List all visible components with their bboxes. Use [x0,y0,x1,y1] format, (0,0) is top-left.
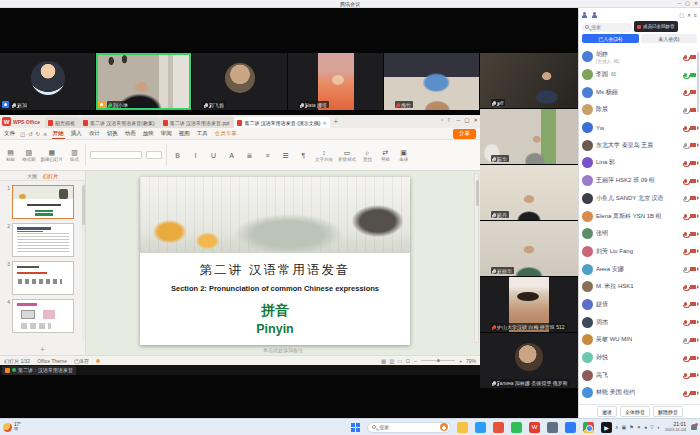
participant-row[interactable]: 王丽萍 HSK2 班 09 组 [579,172,700,190]
tray-icon[interactable]: ∧ [615,424,619,430]
file-menu[interactable]: 文件 [4,130,15,137]
participant-row[interactable]: 李园 60 [579,66,700,84]
camera-status-icon[interactable] [690,196,696,200]
start-button[interactable] [350,422,361,433]
participant-row[interactable]: Yw [579,119,700,137]
slides-tab[interactable]: 幻灯片 [43,173,58,179]
quick-access-icon[interactable]: ↻ [36,131,41,137]
participant-row[interactable]: 高飞 [579,366,700,384]
mic-status-icon[interactable] [684,196,687,200]
view-mode-icon[interactable]: ▥ [389,358,394,364]
taskbar-search-input[interactable]: 搜索 [367,422,451,433]
slide-thumbnail[interactable] [12,299,74,333]
camera-status-icon[interactable] [690,249,696,253]
mic-status-icon[interactable] [684,161,687,165]
ribbon-button[interactable]: ▥版式 [68,148,81,162]
camera-status-icon[interactable] [690,73,696,77]
participant-row[interactable]: 孙悦 [579,349,700,367]
participant-row[interactable]: 张明 [579,225,700,243]
camera-status-icon[interactable] [690,320,696,324]
slide-thumbnail-row[interactable]: 2 [2,223,83,257]
participant-row[interactable]: Ms 杨丽 [579,83,700,101]
edit-scrollbar[interactable] [474,173,479,343]
document-tab[interactable]: 第二讲 汉语常用语发音(教案) [80,117,160,128]
participant-row[interactable]: 赵倩 [579,296,700,314]
camera-status-icon[interactable] [690,143,696,147]
ribbon-tab[interactable]: 插入 [70,129,83,139]
camera-status-icon[interactable] [690,285,696,289]
slide-thumbnail-row[interactable]: 1 [2,185,83,219]
mic-status-icon[interactable] [684,90,687,94]
minimize-button[interactable]: ─ [678,0,682,6]
panel-header-control[interactable]: ≡ [694,12,697,18]
participant-row[interactable]: 小鱼儿 SANDY 北京 汉语 [579,190,700,208]
camera-status-icon[interactable] [690,55,696,59]
notes-hint[interactable]: 单击此处添加备注 [86,347,480,353]
zoom-slider[interactable] [421,360,455,361]
mic-status-icon[interactable] [684,338,687,342]
video-tile[interactable]: 陈华 [480,109,578,164]
ribbon-tab[interactable]: 切换 [106,129,119,139]
video-tile[interactable]: 中山大学汉硕 白梅 拼音班 512 [480,277,578,332]
zoom-in-button[interactable]: + [459,358,462,364]
wps-window-control[interactable]: ◔ [440,117,443,123]
taskbar-clock[interactable]: 21:01 2023-11-04 [665,422,686,432]
camera-status-icon[interactable] [690,232,696,236]
ribbon-button[interactable]: ☰ [279,148,292,162]
slide-thumbnail-row[interactable]: 3 [2,261,83,295]
participant-row[interactable]: 陈晨 [579,101,700,119]
ribbon-button[interactable]: ¶ [297,148,310,162]
panel-header-control[interactable]: ✕ [687,12,691,18]
maximize-button[interactable]: ▢ [685,0,690,6]
taskbar-app-icon[interactable] [511,422,522,433]
ribbon-button[interactable]: U [207,148,220,162]
view-mode-icon[interactable]: ▦ [381,358,386,364]
wps-window-control[interactable]: ─ [456,117,460,123]
quick-access-icon[interactable]: ↺ [28,131,33,137]
camera-status-icon[interactable] [690,179,696,183]
camera-status-icon[interactable] [690,90,696,94]
mic-status-icon[interactable] [684,320,687,324]
tab-close-icon[interactable]: ✕ [323,120,327,126]
camera-status-icon[interactable] [690,338,696,342]
ribbon-button[interactable]: ▦新建幻灯片 [41,148,64,162]
slide-thumbnail[interactable] [12,223,74,257]
camera-status-icon[interactable] [690,373,696,377]
camera-status-icon[interactable] [690,267,696,271]
ribbon-tab[interactable]: 工具 [196,129,209,139]
ribbon-button[interactable]: ▣选择 [397,148,410,162]
shared-taskbar-app-button[interactable]: 第二讲：汉语常用语发音 [2,366,76,375]
tray-icon[interactable]: ▽ [650,424,654,430]
tray-icon[interactable]: ⚑ [629,424,633,430]
quick-access-icon[interactable]: ◳ [20,131,25,137]
camera-status-icon[interactable] [690,126,696,130]
slide-thumbnail[interactable] [12,185,74,219]
ribbon-button[interactable]: ▭形状样式 [338,148,356,162]
panel-header-control[interactable]: ▢ [679,12,684,18]
video-tile[interactable]: Галина 加林娜 圣彼得堡 俄罗斯 [480,333,578,388]
video-tile[interactable]: Nata 娜塔 [288,53,383,110]
font-size-input[interactable] [146,151,162,159]
video-tile[interactable]: 张加 [0,53,95,110]
ribbon-tab[interactable]: 放映 [142,129,155,139]
participant-row[interactable]: Lina 郭 [579,154,700,172]
mic-status-icon[interactable] [684,391,687,395]
quick-access-icon[interactable]: ≡ [43,131,46,137]
mic-status-icon[interactable] [684,143,687,147]
notification-bell-icon[interactable] [691,424,697,430]
panel-tab[interactable]: 已入会(24) [582,34,639,43]
zoom-out-button[interactable]: − [414,358,417,364]
participant-row[interactable]: 刘芳 Liu Fang [579,243,700,261]
camera-status-icon[interactable] [690,108,696,112]
mic-status-icon[interactable] [684,126,687,130]
ribbon-tab[interactable]: 审阅 [160,129,173,139]
mic-status-icon[interactable] [684,267,687,271]
taskbar-app-icon[interactable] [457,422,468,433]
camera-status-icon[interactable] [690,214,696,218]
panel-tab[interactable]: 未入会(6) [641,34,698,43]
video-tile[interactable]: wff [480,53,578,108]
ribbon-button[interactable]: B [171,148,184,162]
wps-window-control[interactable]: ▢ [464,117,469,123]
participant-row[interactable]: 胡静 (主持人, 我) [579,48,700,66]
participant-search-input[interactable]: 搜索 [582,23,632,32]
